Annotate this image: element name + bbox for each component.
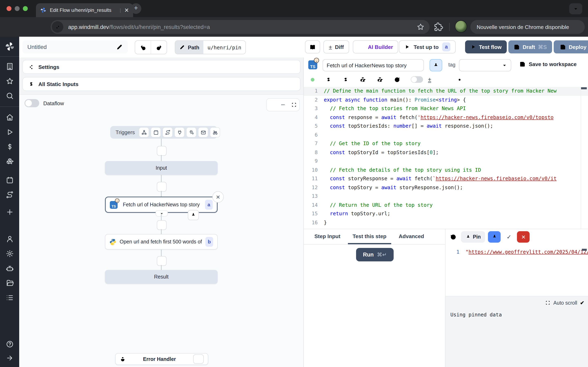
- new-tab-button[interactable]: +: [131, 3, 141, 14]
- code-line[interactable]: 8 const topStoryId = topStoriesIds[0];: [304, 148, 588, 157]
- code-line[interactable]: 13: [304, 192, 588, 201]
- sidebar-item-folders[interactable]: [6, 279, 14, 287]
- bookmark-star-icon[interactable]: [416, 23, 425, 31]
- draft-button[interactable]: Draft ⌘S: [508, 40, 552, 53]
- browser-menu-icon[interactable]: [572, 24, 579, 30]
- sidebar-item-favorites[interactable]: [6, 77, 14, 85]
- code-editor[interactable]: 1// Define the main function to fetch th…: [304, 87, 588, 229]
- ai-builder-button[interactable]: AI Builder: [353, 40, 398, 53]
- sidebar-item-schedules[interactable]: [6, 176, 14, 184]
- code-line[interactable]: 5 const topStoriesIds: number[] = await …: [304, 122, 588, 131]
- trigger-websocket-button[interactable]: [174, 127, 185, 137]
- confirm-pin-button[interactable]: ✓: [504, 231, 514, 243]
- pinned-value-editor[interactable]: 1"https://www.geoffreylitt.com/2025/04/1…: [445, 248, 588, 296]
- all-static-inputs-button[interactable]: All Static Inputs: [22, 77, 301, 91]
- more-options-kebab-icon[interactable]: [290, 44, 296, 50]
- input-node[interactable]: Input: [105, 161, 218, 175]
- tab-search-button[interactable]: [569, 3, 582, 14]
- sidebar-item-workspace[interactable]: [6, 62, 14, 71]
- error-handler-node[interactable]: Error Handler: [115, 353, 208, 365]
- step-title-input[interactable]: Fetch url of HackerNews top story: [323, 59, 424, 71]
- redo-button[interactable]: [151, 41, 167, 54]
- profile-avatar[interactable]: [455, 20, 467, 33]
- tab-close-icon[interactable]: ✕: [124, 7, 129, 13]
- zoom-out-icon[interactable]: [280, 102, 286, 108]
- close-window-button[interactable]: [7, 6, 11, 11]
- undo-button[interactable]: [135, 41, 151, 54]
- trigger-poll-button[interactable]: [210, 127, 220, 137]
- insert-step-button[interactable]: [157, 146, 167, 156]
- code-line[interactable]: 11 const storyResponse = await fetch(`ht…: [304, 175, 588, 183]
- ai-wand-icon[interactable]: [440, 76, 447, 83]
- browser-tab[interactable]: Edit Flow u/henri/pin_results | ✕: [36, 3, 133, 17]
- zoom-window-button[interactable]: [23, 6, 28, 11]
- sidebar-item-help[interactable]: [6, 340, 14, 348]
- code-line[interactable]: 15 return topStory.url;: [304, 210, 588, 218]
- sidebar-item-collapse[interactable]: [6, 354, 14, 362]
- flow-canvas[interactable]: Dataflow Triggers Input: [19, 94, 304, 367]
- flow-settings-button[interactable]: Settings: [22, 60, 301, 74]
- zoom-in-icon[interactable]: [269, 102, 275, 108]
- test-up-to-button[interactable]: Test up to a: [399, 40, 456, 53]
- code-line[interactable]: 4 const response = await fetch('https://…: [304, 113, 588, 122]
- add-error-handler-button[interactable]: [193, 354, 204, 364]
- insert-step-button[interactable]: [157, 182, 167, 192]
- library-icon[interactable]: [575, 76, 581, 83]
- insert-step-button[interactable]: [157, 256, 167, 266]
- result-node[interactable]: Result: [105, 270, 218, 284]
- minimize-window-button[interactable]: [15, 6, 20, 11]
- trigger-route-button[interactable]: [163, 127, 173, 137]
- history-icon[interactable]: [450, 233, 457, 241]
- pinned-active-button[interactable]: [488, 231, 501, 243]
- sidebar-item-search[interactable]: [6, 92, 14, 100]
- editor-toggle[interactable]: [411, 76, 423, 83]
- docs-button[interactable]: [305, 40, 320, 53]
- edit-name-pencil-icon[interactable]: [116, 43, 123, 50]
- variables-icon[interactable]: [325, 76, 332, 83]
- windmill-logo[interactable]: [4, 41, 15, 52]
- reset-icon[interactable]: [394, 76, 401, 83]
- code-line[interactable]: 3 // Fetch the top stories from Hacker N…: [304, 104, 588, 113]
- deploy-button[interactable]: Deploy: [554, 40, 588, 53]
- code-line[interactable]: 2export async function main(): Promise<s…: [304, 96, 588, 104]
- package-icon[interactable]: [376, 76, 383, 83]
- code-line[interactable]: 9: [304, 157, 588, 166]
- chrome-update-button[interactable]: Nouvelle version de Chrome disponible: [470, 20, 585, 34]
- fit-view-icon[interactable]: [291, 102, 297, 108]
- sidebar-item-runs[interactable]: [6, 128, 14, 136]
- collapse-node-chevron[interactable]: [156, 210, 168, 217]
- remove-step-button[interactable]: ✕: [212, 191, 224, 203]
- run-button[interactable]: Run ⌘↵: [356, 248, 394, 261]
- diff-button[interactable]: ± Diff: [323, 40, 349, 53]
- tab-test-this-step[interactable]: Test this step: [348, 229, 391, 244]
- minimap-handle[interactable]: [581, 87, 587, 89]
- node-pin-button[interactable]: [188, 210, 199, 220]
- diff-mode-icon[interactable]: ±: [428, 76, 431, 83]
- tag-select[interactable]: [459, 59, 511, 71]
- dataflow-toggle[interactable]: [25, 99, 39, 107]
- code-line[interactable]: 7 // Get the ID of the top story: [304, 140, 588, 148]
- auto-scroll-control[interactable]: Auto scroll ✔: [545, 300, 584, 306]
- code-line[interactable]: 14 // Return the URL of the top story: [304, 201, 588, 210]
- sidebar-item-settings[interactable]: [6, 250, 14, 258]
- code-line[interactable]: 6: [304, 131, 588, 140]
- pin-toggle-button[interactable]: Pin: [461, 231, 485, 243]
- flow-name-field[interactable]: Untitled: [22, 40, 128, 53]
- code-line[interactable]: 1// Define the main function to fetch th…: [304, 87, 588, 96]
- trigger-schedule-button[interactable]: [151, 127, 161, 137]
- triggers-node[interactable]: Triggers: [110, 126, 217, 139]
- trigger-kafka-button[interactable]: [186, 127, 196, 137]
- package-icon[interactable]: [359, 76, 366, 83]
- address-bar[interactable]: app.windmill.dev/flows/edit/u/henri/pin_…: [51, 20, 430, 34]
- sidebar-item-resources[interactable]: [6, 157, 14, 166]
- trigger-webhook-button[interactable]: [139, 127, 149, 137]
- tab-advanced[interactable]: Advanced: [394, 229, 429, 244]
- extensions-icon[interactable]: [434, 22, 443, 32]
- tab-step-input[interactable]: Step Input: [310, 229, 345, 244]
- sidebar-item-home[interactable]: [6, 113, 14, 122]
- test-flow-button[interactable]: Test flow: [465, 40, 507, 53]
- code-line[interactable]: 16}: [304, 218, 588, 227]
- sidebar-item-add[interactable]: [6, 208, 14, 216]
- pin-step-button[interactable]: [430, 59, 442, 71]
- code-line[interactable]: 10 // Fetch the details of the top story…: [304, 166, 588, 175]
